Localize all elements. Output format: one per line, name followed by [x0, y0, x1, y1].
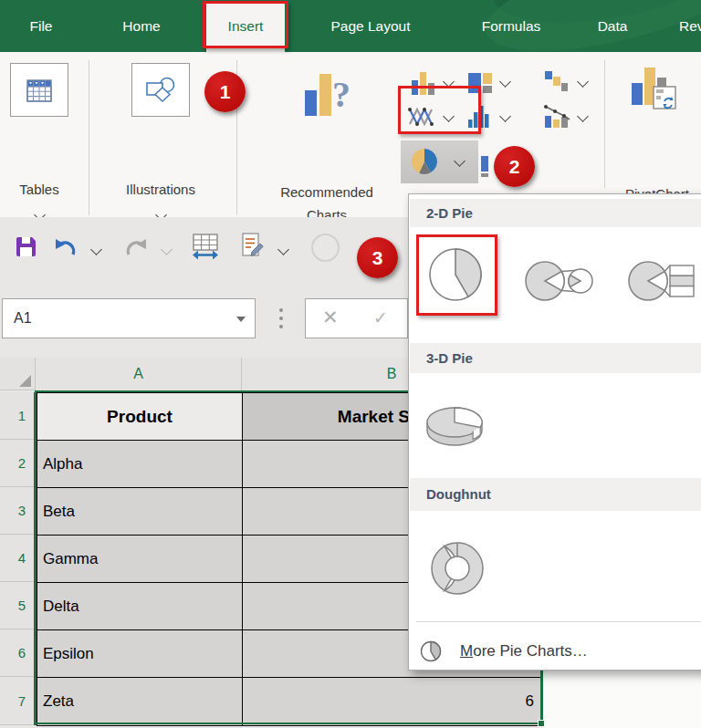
insert-waterfall-chart-button[interactable]: [542, 69, 570, 98]
row-header-1[interactable]: 1: [0, 392, 36, 440]
select-all-button[interactable]: [0, 358, 36, 390]
more-pie-charts-accelerator: M: [460, 642, 473, 660]
column-chart-chevron-icon[interactable]: [443, 76, 455, 88]
tab-data[interactable]: Data: [581, 0, 644, 52]
row-header-3[interactable]: 3: [0, 487, 36, 535]
group-separator: [604, 60, 605, 188]
menu-item-pie-of-pie[interactable]: [523, 258, 594, 307]
illustrations-button[interactable]: [131, 63, 190, 117]
row-header-7[interactable]: 7: [0, 677, 36, 725]
insert-combo-chart-button[interactable]: [542, 103, 572, 133]
treemap-chart-icon: [466, 71, 494, 95]
cell-B7[interactable]: 6: [242, 677, 542, 726]
waterfall-chart-chevron-icon[interactable]: [577, 76, 589, 88]
more-pie-charts-item[interactable]: More Pie Charts…: [409, 632, 701, 672]
undo-icon: [53, 237, 78, 258]
edit-document-button[interactable]: [240, 232, 266, 263]
tables-label: Tables: [10, 182, 68, 197]
edit-document-icon: [240, 232, 266, 259]
separator-grip: [279, 317, 283, 320]
tab-review[interactable]: Review: [679, 0, 701, 52]
insert-scatter-chart-button[interactable]: [481, 151, 494, 182]
column-width-icon: [191, 233, 220, 260]
insert-line-chart-button[interactable]: [407, 104, 437, 133]
cell-A1[interactable]: Product: [37, 392, 243, 441]
insert-pie-chart-button[interactable]: [401, 140, 478, 183]
section-2d-pie-title: 2-D Pie: [426, 199, 473, 227]
row-header-5[interactable]: 5: [0, 582, 36, 629]
save-button[interactable]: [15, 235, 37, 262]
menu-item-doughnut[interactable]: [429, 540, 486, 600]
tab-home[interactable]: Home: [102, 0, 181, 52]
cell-A4[interactable]: Gamma: [37, 535, 243, 583]
save-icon: [15, 235, 37, 258]
faded-circle-icon: [311, 234, 340, 262]
pie-chart-icon: [409, 146, 440, 177]
more-pie-charts-icon: [420, 640, 442, 662]
recommended-charts-icon: ?: [301, 67, 354, 123]
redo-icon: [124, 237, 149, 258]
cell-A5[interactable]: Delta: [37, 582, 243, 630]
section-3d-pie: 3-D Pie: [410, 343, 701, 373]
section-doughnut: Doughnut: [410, 478, 701, 511]
waterfall-chart-icon: [542, 69, 570, 94]
pivotchart-icon: [630, 65, 677, 110]
name-box-dropdown-icon[interactable]: [236, 317, 246, 322]
line-chart-icon: [407, 104, 437, 130]
step-badge-3: 3: [357, 237, 398, 278]
separator-grip: [279, 308, 283, 312]
column-width-button[interactable]: [191, 233, 220, 264]
doughnut-icon: [429, 540, 486, 597]
fill-handle[interactable]: [538, 720, 545, 727]
recommended-charts-button[interactable]: ?: [301, 67, 354, 127]
insert-column-chart-button[interactable]: [410, 70, 437, 99]
cell-A6[interactable]: Epsilon: [37, 629, 243, 678]
more-pie-charts-text: ore Pie Charts…: [473, 642, 588, 660]
tab-file[interactable]: File: [9, 0, 73, 52]
menu-item-pie[interactable]: [428, 247, 483, 306]
hierarchy-chart-chevron-icon[interactable]: [499, 76, 511, 88]
menu-item-3d-pie[interactable]: [424, 402, 489, 453]
combo-chart-icon: [542, 103, 572, 130]
combo-chart-chevron-icon[interactable]: [577, 110, 589, 122]
group-separator: [89, 60, 89, 215]
formula-bar-buttons: ✕ ✓: [305, 298, 408, 338]
insert-statistic-chart-button[interactable]: [466, 104, 494, 132]
row-header-2[interactable]: 2: [0, 440, 36, 487]
svg-text:?: ?: [332, 74, 350, 115]
more-pie-charts-label: More Pie Charts…: [460, 632, 588, 671]
2d-pie-icon: [428, 247, 483, 302]
pie-chart-chevron-icon[interactable]: [454, 155, 466, 167]
column-chart-icon: [410, 70, 437, 96]
tab-formulas[interactable]: Formulas: [461, 0, 561, 52]
ribbon-tab-bar: File Home Insert Page Layout Formulas Da…: [0, 0, 701, 52]
scatter-chart-icon: [481, 151, 494, 178]
section-2d-pie: 2-D Pie: [410, 199, 701, 227]
tab-insert[interactable]: Insert: [206, 0, 285, 52]
cell-A3[interactable]: Beta: [37, 487, 243, 536]
row-header-4[interactable]: 4: [0, 535, 36, 582]
row-header-6[interactable]: 6: [0, 629, 36, 677]
pie-chart-dropdown-menu: 2-D Pie 3-D Pie: [408, 193, 701, 671]
cell-A2[interactable]: Alpha: [37, 440, 243, 488]
cell-A7[interactable]: Zeta: [37, 677, 243, 726]
menu-item-bar-of-pie[interactable]: [626, 258, 697, 307]
recommended-charts-label-line1: Recommended: [252, 184, 402, 200]
column-header-a[interactable]: A: [36, 358, 242, 390]
tab-page-layout[interactable]: Page Layout: [307, 0, 434, 52]
illustrations-label: Illustrations: [108, 182, 214, 197]
separator-grip: [279, 325, 283, 328]
tables-button[interactable]: [10, 63, 68, 117]
insert-hierarchy-chart-button[interactable]: [466, 71, 494, 99]
enter-icon[interactable]: ✓: [373, 307, 388, 328]
line-chart-chevron-icon[interactable]: [443, 110, 455, 122]
section-3d-pie-title: 3-D Pie: [426, 343, 473, 373]
name-box-value: A1: [14, 299, 32, 338]
redo-button[interactable]: [124, 237, 149, 262]
name-box[interactable]: A1: [2, 298, 256, 338]
undo-button[interactable]: [53, 237, 78, 262]
shapes-icon: [143, 76, 178, 105]
cancel-icon[interactable]: ✕: [322, 307, 339, 328]
pivotchart-button[interactable]: [630, 65, 677, 114]
statistic-chart-chevron-icon[interactable]: [499, 110, 511, 122]
